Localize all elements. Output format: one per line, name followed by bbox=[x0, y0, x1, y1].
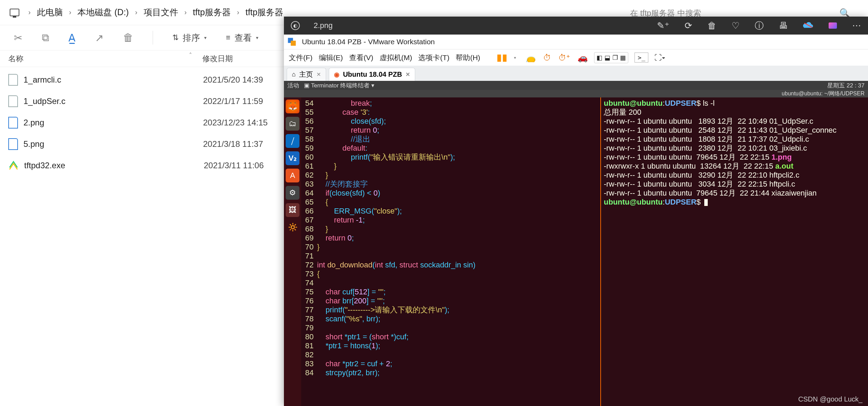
watermark: CSDN @good Luck_ bbox=[798, 395, 862, 403]
cut-icon[interactable]: ✂ bbox=[14, 32, 22, 44]
app-indicator[interactable]: ▣ Terminator 终端终结者 ▾ bbox=[304, 82, 374, 89]
code-line: 63 //关闭套接字 bbox=[301, 180, 600, 189]
code-line: 59 default: bbox=[301, 144, 600, 153]
code-line: 65 { bbox=[301, 198, 600, 207]
view-button[interactable]: ≡查看▾ bbox=[226, 32, 258, 44]
close-icon[interactable]: ✕ bbox=[406, 71, 410, 78]
firefox-icon[interactable]: 🦊 bbox=[286, 100, 299, 113]
layout-popout-icon[interactable]: ❐ bbox=[612, 54, 618, 62]
vnc-icon[interactable]: V₂ bbox=[286, 151, 299, 165]
revert-icon[interactable]: 🚗 bbox=[578, 53, 588, 63]
code-line: 73{ bbox=[301, 270, 600, 278]
more-icon[interactable]: ⋯ bbox=[852, 20, 861, 31]
layout-grid-icon[interactable]: ▦ bbox=[620, 54, 626, 62]
tab-ubuntu[interactable]: ◉Ubuntu 18.04 PZB✕ bbox=[329, 68, 415, 81]
breadcrumb-item[interactable]: 本地磁盘 (D:) bbox=[77, 7, 129, 18]
code-line: 81 *ptr1 = htons(1); bbox=[301, 341, 600, 350]
breadcrumb-item[interactable]: 此电脑 bbox=[37, 7, 63, 18]
layout-bottom-icon[interactable]: ⬓ bbox=[604, 54, 610, 62]
edit-icon[interactable]: ✎⁺ bbox=[657, 20, 669, 31]
clipchamp-icon[interactable] bbox=[829, 22, 837, 29]
close-icon[interactable]: ✕ bbox=[316, 71, 321, 78]
file-name: 1_udpSer.c bbox=[23, 96, 203, 106]
file-date: 2021/5/20 14:39 bbox=[203, 75, 263, 85]
layout-group: ◧ ⬓ ❐ ▦ bbox=[594, 52, 628, 63]
menu-edit[interactable]: 编辑(E) bbox=[319, 53, 343, 63]
fullscreen-button[interactable]: ⛶▾ bbox=[655, 54, 666, 62]
photo-titlebar: ◐ 2.png ✎⁺ ⟳ 🗑 ♡ ⓘ 🖶 ⋯ bbox=[284, 17, 868, 35]
info-icon[interactable]: ⓘ bbox=[755, 20, 764, 32]
sort-button[interactable]: ⇅排序▾ bbox=[172, 32, 207, 44]
separator bbox=[153, 31, 153, 45]
menu-tabs[interactable]: 选项卡(T) bbox=[418, 53, 449, 63]
vmware-logo-icon bbox=[287, 37, 296, 46]
snapshot-icon[interactable]: ⏱ bbox=[543, 53, 551, 63]
menu-file[interactable]: 文件(F) bbox=[289, 53, 313, 63]
svg-rect-2 bbox=[291, 41, 296, 46]
vscode-icon[interactable]: ⧸ bbox=[286, 134, 299, 148]
help-icon[interactable]: ⚙ bbox=[286, 186, 299, 200]
tab-home[interactable]: ⌂主页✕ bbox=[287, 68, 326, 81]
code-line: 72int do_download(int sfd, struct sockad… bbox=[301, 261, 600, 270]
file-date: 2022/1/17 11:59 bbox=[203, 96, 263, 106]
home-icon: ⌂ bbox=[292, 71, 296, 78]
pc-icon bbox=[10, 9, 19, 16]
code-line: 78 scanf("%s", brr); bbox=[301, 314, 600, 323]
chevron-right-icon: › bbox=[237, 8, 239, 16]
files-icon[interactable]: 🗂 bbox=[286, 117, 299, 131]
code-line: 71 bbox=[301, 252, 600, 261]
code-line: 64 if(close(sfd) < 0) bbox=[301, 189, 600, 198]
menu-view[interactable]: 查看(V) bbox=[349, 53, 373, 63]
code-line: 70} bbox=[301, 243, 600, 252]
gnome-dock: 🦊 🗂 ⧸ V₂ A ⚙ 🖼 🔆 bbox=[284, 97, 301, 406]
code-line: 68 } bbox=[301, 225, 600, 234]
column-date[interactable]: 修改日期 bbox=[202, 54, 233, 64]
photo-viewer-window: ◐ 2.png ✎⁺ ⟳ 🗑 ♡ ⓘ 🖶 ⋯ Ubuntu 18.04 PZB … bbox=[284, 17, 868, 406]
delete-icon[interactable]: 🗑 bbox=[123, 32, 133, 44]
breadcrumb-item[interactable]: tftp服务器 bbox=[246, 7, 284, 18]
gnome-topbar: 活动 ▣ Terminator 终端终结者 ▾ 星期五 22 : 37 bbox=[284, 81, 868, 90]
code-line: 82 bbox=[301, 350, 600, 359]
guest-desktop: 活动 ▣ Terminator 终端终结者 ▾ 星期五 22 : 37 ubun… bbox=[284, 81, 868, 406]
rename-icon[interactable]: A̲ bbox=[68, 32, 76, 44]
rotate-icon[interactable]: ⟳ bbox=[685, 20, 692, 31]
clock[interactable]: 星期五 22 : 37 bbox=[827, 82, 865, 89]
print-icon[interactable]: 🖶 bbox=[779, 20, 788, 31]
column-name[interactable]: 名称˄ bbox=[8, 54, 202, 64]
onedrive-icon[interactable] bbox=[803, 20, 813, 31]
console-button[interactable]: >_ bbox=[635, 53, 648, 63]
snapshot-manage-icon[interactable]: ⏱⁺ bbox=[558, 53, 571, 63]
layout-left-icon[interactable]: ◧ bbox=[597, 54, 602, 62]
virus-icon[interactable]: 🔆 bbox=[286, 220, 299, 234]
chevron-right-icon: › bbox=[184, 8, 187, 16]
share-icon[interactable]: ↗ bbox=[95, 32, 104, 44]
image-icon[interactable]: 🖼 bbox=[286, 203, 299, 217]
vmware-tabs: ⌂主页✕ ◉Ubuntu 18.04 PZB✕ bbox=[284, 66, 868, 81]
code-line: 77 printf("--------->请输入下载的文件\n"); bbox=[301, 305, 600, 314]
code-line: 67 return -1; bbox=[301, 216, 600, 225]
code-editor-pane[interactable]: 54 break;55 case '3':56 close(sfd);57 re… bbox=[301, 97, 601, 406]
image-file-icon bbox=[8, 138, 18, 150]
terminal-pane[interactable]: ubuntu@ubuntu:UDPSER$ ls -l总用量 200-rw-rw… bbox=[601, 97, 868, 406]
code-line: 57 return 0; bbox=[301, 126, 600, 135]
file-date: 2021/3/18 11:37 bbox=[203, 139, 263, 149]
activities-button[interactable]: 活动 bbox=[287, 82, 299, 89]
code-line: 83 char *ptr2 = cuf + 2; bbox=[301, 359, 600, 368]
menu-vm[interactable]: 虚拟机(M) bbox=[380, 53, 412, 63]
code-line: 55 case '3': bbox=[301, 108, 600, 117]
store-icon[interactable]: A bbox=[286, 169, 299, 182]
delete-icon[interactable]: 🗑 bbox=[707, 20, 716, 31]
code-line: 84 strcpy(ptr2, brr); bbox=[301, 368, 600, 377]
file-date: 2023/12/23 14:15 bbox=[203, 118, 268, 128]
breadcrumb-item[interactable]: tftp服务器 bbox=[193, 7, 231, 18]
pause-button[interactable]: ▮▮ bbox=[497, 52, 508, 63]
send-ctrl-alt-del-icon[interactable]: 👝 bbox=[526, 53, 536, 63]
copy-icon[interactable]: ⧉ bbox=[42, 32, 49, 44]
breadcrumb-item[interactable]: 项目文件 bbox=[144, 7, 178, 18]
code-line: 60 printf("输入错误请重新输出\n"); bbox=[301, 153, 600, 162]
menu-help[interactable]: 帮助(H) bbox=[456, 53, 480, 63]
file-name: 1_armcli.c bbox=[23, 75, 203, 85]
favorite-icon[interactable]: ♡ bbox=[732, 20, 740, 31]
code-line: 74 bbox=[301, 278, 600, 287]
code-line: 76 char brr[200] = ""; bbox=[301, 296, 600, 305]
